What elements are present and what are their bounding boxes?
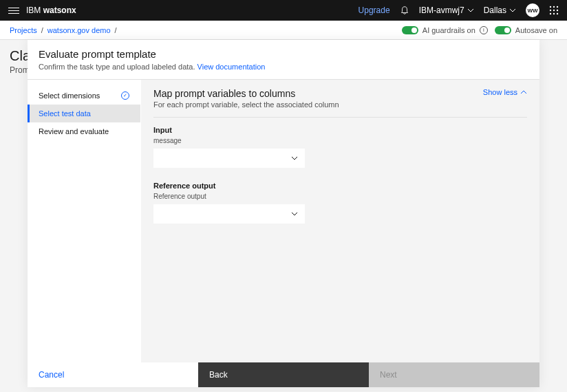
- step-label: Select dimensions: [39, 91, 100, 100]
- sub-bar: Projects/ watsonx.gov demo/ AI guardrail…: [0, 21, 567, 40]
- modal-title: Evaluate prompt template: [39, 48, 528, 60]
- step-sidebar: Select dimensions ✓ Select test data Rev…: [28, 80, 141, 362]
- toggles: AI guardrails on i Autosave on: [402, 26, 557, 34]
- top-left: IBM watsonx: [8, 6, 76, 15]
- reference-section: Reference output Reference output: [153, 182, 527, 224]
- breadcrumb-demo[interactable]: watsonx.gov demo: [47, 26, 111, 34]
- cancel-button[interactable]: Cancel: [28, 362, 198, 387]
- region-dropdown[interactable]: Dallas: [484, 6, 516, 15]
- guardrails-toggle-group: AI guardrails on i: [402, 26, 488, 34]
- svg-point-0: [550, 6, 551, 8]
- divider: [153, 117, 527, 118]
- svg-point-5: [557, 10, 558, 11]
- step-label: Select test data: [39, 109, 91, 118]
- svg-point-2: [557, 6, 558, 8]
- account-dropdown[interactable]: IBM-avmwj7: [419, 6, 474, 15]
- svg-point-1: [553, 6, 555, 8]
- svg-point-3: [550, 10, 551, 11]
- checkmark-icon: ✓: [121, 91, 129, 100]
- content-title: Map prompt variables to columns: [153, 88, 339, 99]
- step-label: Review and evaluate: [39, 127, 109, 135]
- back-button[interactable]: Back: [198, 362, 369, 387]
- upgrade-link[interactable]: Upgrade: [359, 6, 390, 15]
- chevron-up-icon: [520, 89, 527, 96]
- hamburger-icon[interactable]: [8, 8, 19, 14]
- svg-point-6: [550, 13, 551, 14]
- modal-footer: Cancel Back Next: [28, 362, 539, 387]
- modal-body: Select dimensions ✓ Select test data Rev…: [28, 80, 539, 362]
- input-field-label: message: [153, 137, 527, 144]
- view-documentation-link[interactable]: View documentation: [197, 63, 266, 71]
- evaluate-modal: Evaluate prompt template Confirm the tas…: [28, 40, 539, 387]
- app-switcher-icon[interactable]: [549, 6, 559, 15]
- show-less-button[interactable]: Show less: [483, 88, 527, 96]
- step-review-evaluate[interactable]: Review and evaluate: [28, 122, 140, 140]
- top-bar: IBM watsonx Upgrade IBM-avmwj7 Dallas WW: [0, 0, 567, 21]
- input-select[interactable]: [153, 149, 305, 168]
- avatar[interactable]: WW: [526, 3, 539, 17]
- autosave-toggle-group: Autosave on: [495, 26, 557, 34]
- chevron-down-icon: [509, 7, 516, 14]
- content-head: Map prompt variables to columns For each…: [153, 88, 527, 109]
- content-desc: For each prompt variable, select the ass…: [153, 100, 339, 109]
- input-heading: Input: [153, 126, 527, 134]
- step-select-dimensions[interactable]: Select dimensions ✓: [28, 87, 140, 105]
- reference-field-label: Reference output: [153, 193, 527, 200]
- content-area: Map prompt variables to columns For each…: [141, 80, 539, 362]
- reference-heading: Reference output: [153, 182, 527, 190]
- autosave-switch[interactable]: [495, 26, 511, 34]
- chevron-down-icon: [291, 155, 298, 162]
- step-select-test-data[interactable]: Select test data: [28, 105, 140, 122]
- reference-select[interactable]: [153, 204, 305, 224]
- notification-icon[interactable]: [400, 6, 409, 15]
- chevron-down-icon: [467, 7, 474, 14]
- autosave-label: Autosave on: [515, 26, 557, 34]
- breadcrumb: Projects/ watsonx.gov demo/: [10, 26, 117, 34]
- info-icon[interactable]: i: [480, 26, 488, 34]
- breadcrumb-projects[interactable]: Projects: [10, 26, 37, 34]
- svg-point-4: [553, 10, 555, 11]
- svg-point-7: [553, 13, 555, 14]
- next-button: Next: [369, 362, 539, 387]
- guardrails-switch[interactable]: [402, 26, 418, 34]
- chevron-down-icon: [291, 210, 298, 217]
- top-right: Upgrade IBM-avmwj7 Dallas WW: [359, 3, 559, 17]
- input-section: Input message: [153, 126, 527, 168]
- guardrails-label: AI guardrails on: [422, 26, 475, 34]
- modal-subtitle: Confirm the task type and upload labeled…: [39, 63, 528, 71]
- svg-point-8: [557, 13, 558, 14]
- brand: IBM watsonx: [26, 6, 76, 15]
- modal-header: Evaluate prompt template Confirm the tas…: [28, 40, 539, 80]
